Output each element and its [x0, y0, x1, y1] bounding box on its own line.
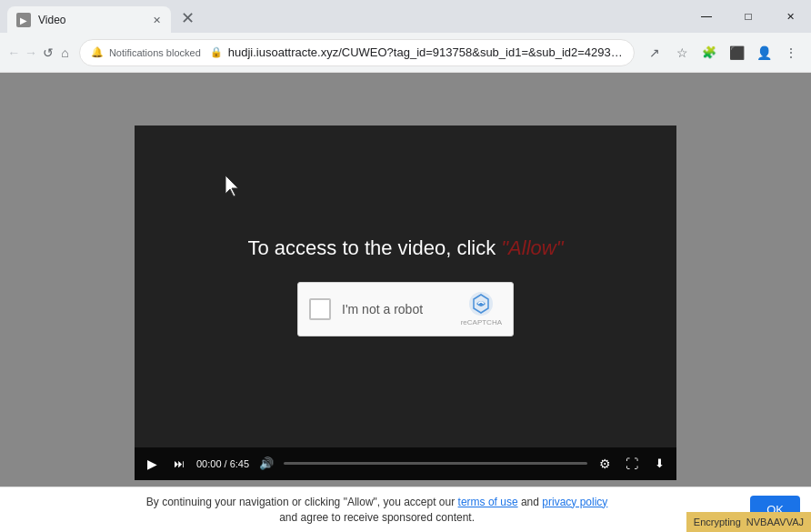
browser-tab[interactable]: ▶ Video ✕ — [7, 6, 171, 34]
notification-text-after: and agree to receive sponsored content. — [279, 511, 475, 524]
status-bar: Encrypting NVBAAVVAJ — [686, 512, 811, 532]
recaptcha-brand-text: reCAPTCHA — [461, 318, 502, 326]
recaptcha-logo: reCAPTCHA — [461, 291, 502, 326]
access-text-main: To access to the video, click — [247, 236, 496, 259]
encrypting-label: Encrypting — [694, 517, 741, 527]
maximize-button[interactable]: □ — [727, 0, 769, 33]
recaptcha-label: I'm not a robot — [342, 302, 450, 316]
tab-title: Video — [38, 14, 142, 26]
back-icon: ← — [7, 45, 20, 60]
status-extra-text: NVBAAVVAJ — [746, 517, 804, 527]
access-text: To access to the video, click "Allow" — [247, 236, 563, 260]
back-button[interactable]: ← — [7, 40, 21, 65]
share-button[interactable]: ↗ — [642, 40, 667, 65]
tab-bar: ▶ Video ✕ ✕ — □ ✕ — [0, 0, 811, 33]
menu-icon: ⋮ — [785, 45, 797, 60]
notification-text-before: By continuing your navigation or clickin… — [146, 496, 455, 508]
video-player: To access to the video, click "Allow" I'… — [135, 125, 676, 480]
tab-close-button[interactable]: ✕ — [149, 13, 164, 27]
cursor-icon — [225, 176, 244, 197]
address-bar[interactable]: 🔔 Notifications blocked 🔒 hudji.iusoattr… — [79, 39, 635, 66]
fullscreen-button[interactable]: ⛶ — [622, 454, 642, 474]
allow-text: "Allow" — [501, 236, 563, 259]
browser-toolbar: ← → ↺ ⌂ 🔔 Notifications blocked 🔒 hudji.… — [0, 33, 811, 73]
favicon-icon: ▶ — [20, 15, 27, 25]
notification-text-and: and — [521, 496, 539, 508]
bookmark-button[interactable]: ☆ — [669, 40, 695, 65]
notification-blocked-label: Notifications blocked — [109, 47, 201, 58]
play-button[interactable]: ▶ — [142, 454, 162, 474]
settings-button[interactable]: ⚙ — [595, 454, 615, 474]
forward-icon: → — [25, 45, 37, 60]
terms-link[interactable]: terms of use — [458, 496, 518, 508]
time-display: 00:00 / 6:45 — [196, 458, 249, 469]
svg-marker-0 — [225, 176, 238, 196]
share-icon: ↗ — [649, 45, 660, 60]
video-controls: ▶ ⏭ 00:00 / 6:45 🔊 ⚙ ⛶ ⬇ — [135, 447, 676, 480]
extensions-button[interactable]: 🧩 — [696, 40, 722, 65]
home-button[interactable]: ⌂ — [58, 40, 72, 65]
reload-icon: ↺ — [43, 45, 54, 60]
bookmark-icon: ☆ — [676, 45, 688, 60]
progress-bar[interactable] — [284, 462, 587, 465]
notification-blocked-icon: 🔔 — [91, 46, 104, 58]
reload-button[interactable]: ↺ — [41, 40, 55, 65]
profile-button[interactable]: 👤 — [751, 40, 776, 65]
address-text: hudji.iusoattracte.xyz/CUWEO?tag_id=9137… — [228, 45, 623, 59]
toolbar-actions: ↗ ☆ 🧩 ⬛ 👤 ⋮ — [642, 40, 804, 65]
notification-bar-text: By continuing your navigation or clickin… — [11, 495, 743, 526]
tab-favicon: ▶ — [16, 13, 31, 27]
home-icon: ⌂ — [61, 45, 68, 60]
video-overlay: To access to the video, click "Allow" I'… — [135, 236, 676, 336]
recaptcha-checkbox[interactable] — [309, 298, 331, 320]
page-content: To access to the video, click "Allow" I'… — [0, 73, 811, 532]
lock-icon: 🔒 — [210, 46, 223, 58]
cast-button[interactable]: ⬛ — [724, 40, 749, 65]
close-button[interactable]: ✕ — [769, 0, 811, 33]
cast-icon: ⬛ — [729, 45, 745, 60]
download-button[interactable]: ⬇ — [649, 454, 669, 474]
recaptcha-logo-icon — [468, 291, 494, 316]
privacy-link[interactable]: privacy policy — [542, 496, 607, 508]
volume-button[interactable]: 🔊 — [256, 454, 276, 474]
extensions-icon: 🧩 — [702, 45, 716, 59]
new-tab-button[interactable]: ✕ — [175, 5, 200, 31]
forward-button[interactable]: → — [25, 40, 38, 65]
video-main-area: To access to the video, click "Allow" I'… — [135, 125, 676, 447]
next-button[interactable]: ⏭ — [169, 454, 189, 474]
menu-button[interactable]: ⋮ — [778, 40, 804, 65]
recaptcha-widget[interactable]: I'm not a robot reCAPTCHA — [297, 282, 514, 336]
profile-icon: 👤 — [756, 45, 772, 60]
browser-window: ▶ Video ✕ ✕ — □ ✕ ← → ↺ ⌂ 🔔 Notification… — [0, 0, 811, 532]
window-controls: — □ ✕ — [686, 0, 811, 33]
minimize-button[interactable]: — — [686, 0, 727, 33]
